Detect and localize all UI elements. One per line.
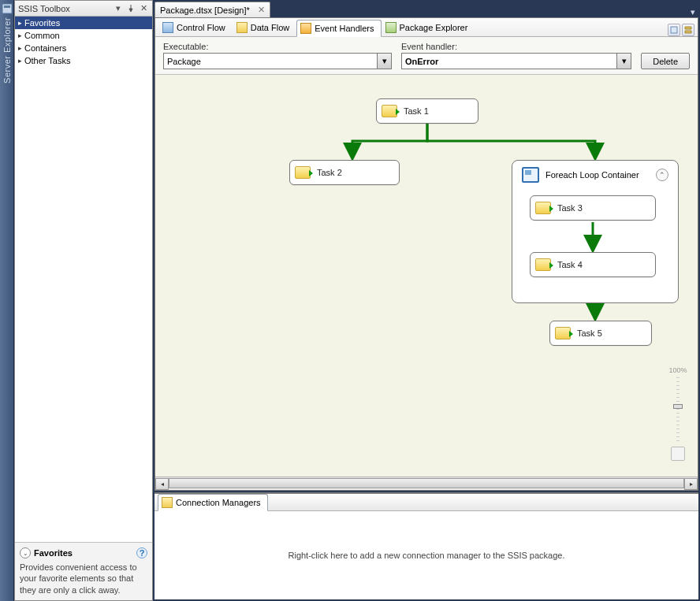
cm-hint: Right-click here to add a new connection… (289, 551, 565, 560)
executable-input[interactable] (163, 53, 378, 69)
foreach-container[interactable]: Foreach Loop Container ⌃ Task 3 (512, 160, 679, 303)
ssis-toolbox-title: SSIS Toolbox (18, 4, 111, 13)
toolbox-footer-title: Favorites (34, 548, 73, 558)
ssis-toolbox-panel: SSIS Toolbox ▾ ✕ ▸Favorites ▸Common ▸Con… (14, 0, 153, 601)
tab-package-explorer[interactable]: Package Explorer (382, 19, 475, 36)
delete-button[interactable]: Delete (641, 53, 690, 69)
help-icon[interactable]: ? (136, 547, 147, 558)
zoom-fit-button[interactable] (671, 447, 685, 461)
toolbox-footer: ⌄ Favorites ? Provides convenient access… (15, 542, 152, 600)
scroll-thumb[interactable] (169, 478, 684, 488)
event-handler-combo[interactable]: ▾ (401, 53, 631, 69)
event-handler-label: Event handler: (401, 42, 631, 51)
subtab-label: Package Explorer (400, 23, 468, 32)
connection-managers-icon (162, 497, 173, 508)
toolbox-footer-description: Provides convenient access to your favor… (20, 562, 147, 595)
toolbox-list: ▸Favorites ▸Common ▸Containers ▸Other Ta… (15, 17, 152, 542)
document-tab-label: Package.dtsx [Design]* (160, 6, 250, 15)
control-flow-icon (162, 22, 173, 33)
connection-managers-body[interactable]: Right-click here to add a new connection… (155, 511, 698, 599)
zoom-thumb[interactable] (673, 404, 683, 409)
svg-rect-2 (671, 27, 677, 33)
subtab-label: Event Handlers (315, 24, 374, 33)
data-flow-icon (236, 22, 248, 33)
server-explorer-icon (2, 3, 13, 14)
document-tabstrip: Package.dtsx [Design]* ✕ ▾ (153, 0, 700, 17)
horizontal-scrollbar[interactable]: ◂ ▸ (155, 477, 698, 490)
task-node-task1[interactable]: Task 1 (376, 98, 478, 124)
tab-control-flow[interactable]: Control Flow (158, 19, 233, 36)
svg-rect-1 (4, 6, 10, 8)
task-icon (295, 166, 311, 179)
package-explorer-icon (385, 22, 397, 33)
container-label: Foreach Loop Container (545, 170, 639, 180)
task-icon (535, 202, 551, 214)
tab-data-flow[interactable]: Data Flow (233, 19, 297, 36)
tab-connection-managers[interactable]: Connection Managers (158, 494, 268, 511)
event-handlers-icon (300, 23, 311, 34)
toolbox-close-icon[interactable]: ✕ (138, 3, 149, 14)
task-icon (535, 258, 551, 271)
toolbox-item-containers[interactable]: ▸Containers (15, 42, 152, 54)
toolbox-item-label: Containers (24, 43, 66, 53)
subtab-label: Control Flow (177, 23, 225, 32)
scroll-track[interactable] (169, 478, 684, 490)
designer-subtabs: Control Flow Data Flow Event Handlers Pa… (155, 18, 698, 37)
ssis-toolbox-header: SSIS Toolbox ▾ ✕ (15, 1, 152, 17)
event-handler-params: Executable: ▾ Event handler: ▾ Delete (155, 37, 698, 75)
server-explorer-label: Server Explorer (2, 17, 12, 83)
zoom-slider[interactable] (676, 377, 680, 443)
toolbox-pin-icon[interactable] (125, 3, 136, 14)
task-label: Task 2 (317, 168, 342, 177)
scroll-right-button[interactable]: ▸ (684, 478, 698, 490)
designer-canvas[interactable]: Task 1 Task 2 Foreach Loop Container ⌃ (155, 75, 698, 477)
chevron-down-icon[interactable]: ⌄ (20, 547, 31, 558)
toolbox-item-common[interactable]: ▸Common (15, 29, 152, 42)
foreach-icon (522, 167, 539, 183)
tab-event-handlers[interactable]: Event Handlers (296, 20, 381, 37)
toolbox-item-other-tasks[interactable]: ▸Other Tasks (15, 54, 152, 67)
svg-rect-0 (2, 4, 12, 13)
tabstrip-overflow-icon[interactable]: ▾ (691, 7, 695, 17)
toolbox-button[interactable] (682, 24, 694, 36)
task-node-task5[interactable]: Task 5 (549, 321, 652, 346)
task-label: Task 3 (557, 203, 583, 213)
connection-managers-panel: Connection Managers Right-click here to … (155, 492, 698, 599)
variables-button[interactable] (668, 24, 680, 36)
task-node-task3[interactable]: Task 3 (530, 195, 656, 221)
toolbox-item-label: Other Tasks (24, 56, 71, 65)
event-handler-input[interactable] (401, 53, 617, 69)
executable-combo[interactable]: ▾ (163, 53, 392, 69)
scroll-left-button[interactable]: ◂ (155, 478, 169, 490)
collapse-icon[interactable]: ⌃ (656, 169, 668, 181)
toolbox-dropdown-icon[interactable]: ▾ (113, 3, 124, 14)
task-label: Task 1 (404, 106, 429, 116)
chevron-down-icon[interactable]: ▾ (617, 53, 631, 69)
task-node-task2[interactable]: Task 2 (289, 160, 400, 185)
cm-tab-label: Connection Managers (176, 498, 261, 507)
toolbox-item-favorites[interactable]: ▸Favorites (15, 17, 152, 29)
zoom-control: 100% (666, 366, 690, 461)
task-icon (382, 105, 397, 117)
chevron-down-icon[interactable]: ▾ (378, 53, 392, 69)
server-explorer-rail[interactable]: Server Explorer (0, 0, 14, 601)
document-tab[interactable]: Package.dtsx [Design]* ✕ (155, 2, 270, 17)
executable-label: Executable: (163, 42, 392, 51)
subtab-label: Data Flow (251, 23, 290, 32)
zoom-percent: 100% (668, 366, 687, 374)
toolbox-item-label: Common (24, 31, 60, 40)
task-icon (555, 327, 571, 339)
task-node-task4[interactable]: Task 4 (530, 252, 656, 277)
task-label: Task 5 (577, 328, 602, 338)
task-label: Task 4 (557, 260, 583, 269)
toolbox-item-label: Favorites (24, 18, 60, 28)
document-tab-close-icon[interactable]: ✕ (258, 5, 265, 15)
